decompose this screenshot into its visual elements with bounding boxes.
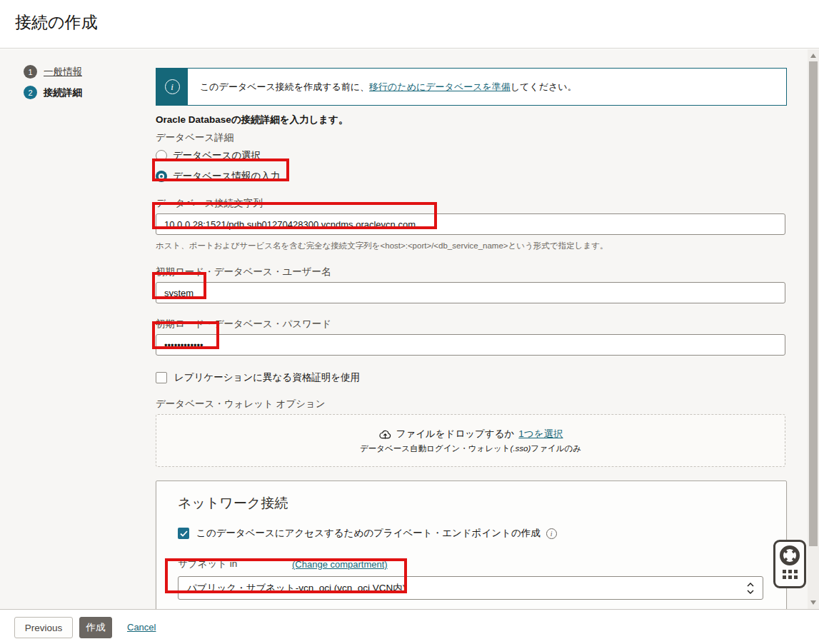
subnet-label: サブネット in bbox=[178, 558, 292, 570]
scroll-down-arrow-icon[interactable] bbox=[810, 600, 816, 605]
info-banner-text: このデータベース接続を作成する前に、移行のためにデータベースを準備してください。 bbox=[188, 69, 577, 105]
info-banner-icon-block: i bbox=[156, 69, 188, 105]
dropzone-hint-pre: データベース自動ログイン・ウォレット bbox=[360, 444, 511, 453]
private-endpoint-info-icon[interactable]: i bbox=[546, 528, 557, 539]
create-button[interactable]: 作成 bbox=[79, 617, 112, 638]
lifebuoy-help-icon[interactable] bbox=[779, 545, 800, 566]
private-endpoint-checkbox-row[interactable]: このデータベースにアクセスするためのプライベート・エンドポイントの作成 i bbox=[178, 527, 765, 540]
private-endpoint-label: このデータベースにアクセスするためのプライベート・エンドポイントの作成 bbox=[196, 527, 541, 540]
intro-text: Oracle Databaseの接続詳細を入力します。 bbox=[156, 114, 787, 126]
step-1-label[interactable]: 一般情報 bbox=[44, 66, 82, 79]
info-banner: i このデータベース接続を作成する前に、移行のためにデータベースを準備してくださ… bbox=[156, 68, 787, 106]
password-label: 初期ロード・データベース・パスワード bbox=[156, 318, 787, 331]
step-2-badge: 2 bbox=[24, 86, 37, 99]
dropzone-text: ファイルをドロップするか bbox=[396, 428, 515, 441]
database-details-label: データベース詳細 bbox=[156, 131, 787, 144]
subnet-select-value: パブリック・サブネット-vcn_oci (vcn_oci VCN内) bbox=[187, 582, 747, 595]
connection-string-label: データベース接続文字列 bbox=[156, 197, 787, 210]
step-general-info[interactable]: 1 一般情報 bbox=[24, 65, 82, 79]
upload-cloud-icon bbox=[378, 428, 392, 440]
connection-string-group: データベース接続文字列 ホスト、ポートおよびサービス名を含む完全な接続文字列を<… bbox=[156, 197, 787, 251]
wallet-dropzone[interactable]: ファイルをドロップするか 1つを選択 データベース自動ログイン・ウォレット(.s… bbox=[156, 414, 785, 467]
connection-string-help: ホスト、ポートおよびサービス名を含む完全な接続文字列を<host>:<port>… bbox=[156, 241, 787, 251]
page-header: 接続の作成 bbox=[0, 0, 819, 49]
wizard-steps: 1 一般情報 2 接続詳細 bbox=[24, 65, 82, 106]
cancel-link[interactable]: Cancel bbox=[127, 622, 156, 633]
dropzone-hint-sso: (.sso) bbox=[511, 444, 531, 453]
info-icon: i bbox=[165, 79, 180, 94]
network-connectivity-section: ネットワーク接続 このデータベースにアクセスするためのプライベート・エンドポイン… bbox=[156, 481, 787, 612]
scrollbar-thumb[interactable] bbox=[809, 61, 818, 546]
step-2-label: 接続詳細 bbox=[44, 86, 82, 99]
banner-text-after: してください。 bbox=[511, 81, 577, 94]
dropzone-text-row: ファイルをドロップするか 1つを選択 bbox=[378, 428, 563, 441]
password-input[interactable] bbox=[156, 334, 785, 356]
radio-select-database-label: データベースの選択 bbox=[173, 149, 261, 162]
dropzone-hint: データベース自動ログイン・ウォレット(.sso)ファイルのみ bbox=[360, 443, 581, 454]
create-connection-page: 接続の作成 1 一般情報 2 接続詳細 i このデータベース接続を作成する前に、… bbox=[0, 0, 819, 644]
connection-string-input[interactable] bbox=[156, 213, 785, 235]
subnet-select[interactable]: パブリック・サブネット-vcn_oci (vcn_oci VCN内) bbox=[178, 576, 763, 600]
grid-menu-icon[interactable] bbox=[783, 570, 798, 579]
step-1-badge: 1 bbox=[24, 65, 37, 79]
prepare-database-link[interactable]: 移行のためにデータベースを準備 bbox=[369, 81, 511, 94]
change-compartment-link[interactable]: (Change compartment) bbox=[292, 559, 388, 570]
floating-help-widget[interactable] bbox=[773, 540, 806, 588]
select-one-link[interactable]: 1つを選択 bbox=[518, 428, 563, 441]
wallet-options-label: データベース・ウォレット オプション bbox=[156, 398, 787, 411]
network-section-title: ネットワーク接続 bbox=[178, 494, 765, 513]
radio-off-icon[interactable] bbox=[156, 150, 167, 161]
dropzone-hint-post: ファイルのみ bbox=[531, 444, 581, 453]
scroll-up-arrow-icon[interactable] bbox=[810, 54, 816, 58]
password-group: 初期ロード・データベース・パスワード bbox=[156, 318, 787, 356]
previous-button[interactable]: Previous bbox=[14, 617, 73, 638]
connection-form: i このデータベース接続を作成する前に、移行のためにデータベースを準備してくださ… bbox=[156, 68, 787, 612]
radio-select-database[interactable]: データベースの選択 bbox=[156, 148, 787, 163]
step-connection-details: 2 接続詳細 bbox=[24, 86, 82, 99]
radio-enter-database-info-label: データベース情報の入力 bbox=[173, 170, 280, 183]
username-label: 初期ロード・データベース・ユーザー名 bbox=[156, 266, 787, 278]
wizard-footer: Previous 作成 Cancel bbox=[0, 609, 819, 644]
subnet-label-row: サブネット in (Change compartment) bbox=[178, 558, 765, 570]
banner-text-before: このデータベース接続を作成する前に、 bbox=[200, 81, 369, 94]
checkbox-unchecked-icon[interactable] bbox=[156, 372, 167, 383]
vertical-scrollbar[interactable] bbox=[808, 49, 819, 609]
page-title: 接続の作成 bbox=[15, 11, 98, 34]
checkbox-checked-icon[interactable] bbox=[178, 528, 189, 539]
replication-credentials-label: レプリケーションに異なる資格証明を使用 bbox=[174, 371, 360, 384]
wizard-content: 1 一般情報 2 接続詳細 i このデータベース接続を作成する前に、移行のために… bbox=[0, 49, 808, 609]
replication-credentials-checkbox-row[interactable]: レプリケーションに異なる資格証明を使用 bbox=[156, 371, 787, 384]
username-group: 初期ロード・データベース・ユーザー名 bbox=[156, 266, 787, 303]
username-input[interactable] bbox=[156, 282, 785, 303]
select-chevrons-icon bbox=[747, 582, 754, 595]
radio-on-icon[interactable] bbox=[156, 171, 167, 182]
radio-enter-database-info[interactable]: データベース情報の入力 bbox=[156, 168, 787, 184]
